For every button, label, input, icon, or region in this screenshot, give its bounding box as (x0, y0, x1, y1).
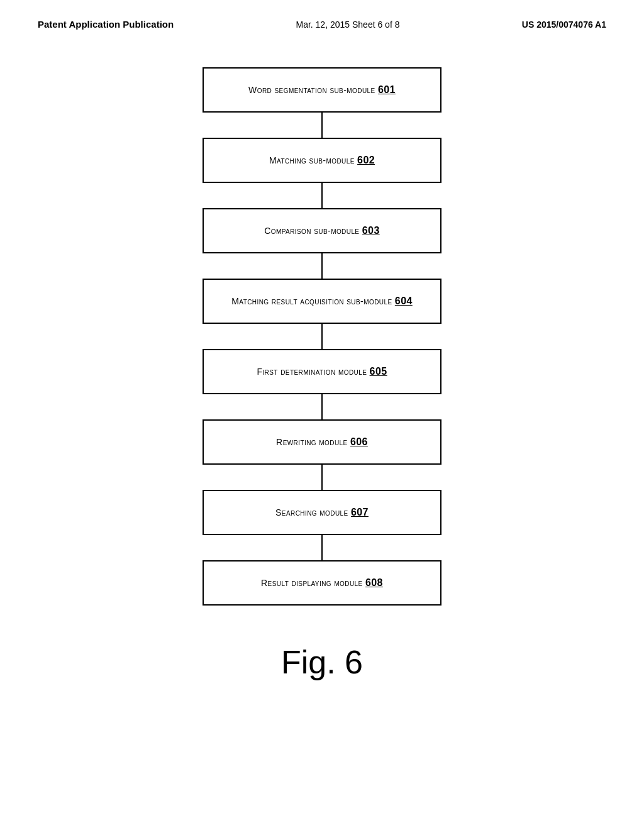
connector-606-607 (321, 465, 323, 490)
box-606: Rewriting module 606 (203, 419, 441, 465)
connector-603-604 (321, 253, 323, 279)
box-605: First determination module 605 (203, 349, 441, 394)
connector-601-602 (321, 113, 323, 138)
header-sheet-info: Mar. 12, 2015 Sheet 6 of 8 (296, 19, 399, 30)
box-601: Word segmentation sub-module 601 (203, 67, 441, 113)
box-607: Searching module 607 (203, 490, 441, 535)
page-header: Patent Application Publication Mar. 12, … (0, 0, 644, 42)
flowchart-diagram: Word segmentation sub-module 601 Matchin… (0, 42, 644, 719)
box-608: Result displaying module 608 (203, 560, 441, 606)
box-606-label: Rewriting module 606 (276, 436, 368, 448)
figure-label: Fig. 6 (281, 643, 363, 681)
box-602: Matching sub-module 602 (203, 138, 441, 183)
box-603: Comparison sub-module 603 (203, 208, 441, 253)
box-607-label: Searching module 607 (275, 507, 369, 518)
header-patent-number: US 2015/0074076 A1 (522, 19, 606, 30)
box-603-label: Comparison sub-module 603 (264, 225, 379, 236)
flow-wrapper: Word segmentation sub-module 601 Matchin… (190, 67, 454, 606)
box-605-label: First determination module 605 (257, 366, 387, 377)
connector-602-603 (321, 183, 323, 208)
connector-604-605 (321, 324, 323, 349)
connector-607-608 (321, 535, 323, 560)
box-608-label: Result displaying module 608 (261, 577, 383, 589)
box-601-label: Word segmentation sub-module 601 (248, 84, 396, 96)
box-602-label: Matching sub-module 602 (269, 155, 375, 166)
box-604: Matching result acquisition sub-module 6… (203, 279, 441, 324)
box-604-label: Matching result acquisition sub-module 6… (231, 296, 413, 307)
connector-605-606 (321, 394, 323, 419)
header-publication-label: Patent Application Publication (38, 19, 174, 30)
